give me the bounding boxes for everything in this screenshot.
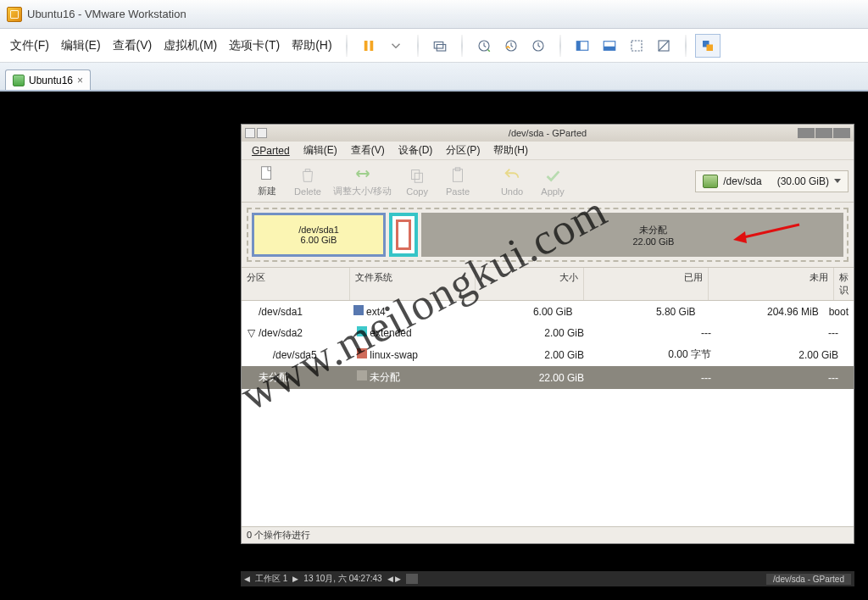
gparted-titlebar[interactable]: /dev/sda - GParted: [242, 125, 854, 142]
apply-icon: [543, 166, 562, 185]
maximize-icon[interactable]: [815, 128, 832, 138]
col-partition[interactable]: 分区: [242, 268, 350, 300]
dropdown-icon: [834, 179, 841, 183]
col-unused[interactable]: 未用: [709, 268, 834, 300]
dropdown-icon[interactable]: [383, 34, 409, 58]
gp-menu-device[interactable]: 设备(D): [393, 142, 438, 159]
gparted-menubar: GParted 编辑(E) 查看(V) 设备(D) 分区(P) 帮助(H): [242, 142, 854, 160]
tab-label: Ubuntu16: [29, 75, 73, 86]
col-size[interactable]: 大小: [476, 268, 584, 300]
sidebar-icon[interactable]: [570, 34, 595, 58]
diagram-unallocated[interactable]: 未分配 22.00 GiB: [421, 213, 843, 257]
workspace-next-icon[interactable]: ▶: [292, 575, 298, 583]
window-app-icon2: [257, 128, 267, 138]
vmware-icon: [7, 7, 22, 22]
separator: [559, 35, 561, 57]
svg-rect-11: [632, 41, 642, 51]
table-row[interactable]: 未分配 未分配22.00 GiB------: [242, 366, 854, 389]
revert-icon[interactable]: [498, 34, 524, 58]
annotation-arrow: [733, 223, 801, 250]
table-header: 分区 文件系统 大小 已用 未用 标识: [242, 268, 854, 301]
diagram-sda2[interactable]: [389, 213, 418, 257]
new-icon: [258, 164, 276, 183]
svg-rect-18: [415, 173, 422, 182]
disk-size: (30.00 GiB): [777, 175, 829, 187]
svg-rect-15: [706, 44, 713, 51]
workspace-prev-icon[interactable]: ◀: [244, 575, 250, 583]
menu-help[interactable]: 帮助(H): [287, 35, 337, 57]
separator: [417, 35, 419, 57]
paste-icon: [448, 166, 467, 185]
tb-copy: Copy: [397, 164, 437, 198]
svg-rect-16: [262, 167, 271, 180]
svg-rect-17: [412, 169, 420, 179]
separator: [346, 35, 348, 57]
svg-rect-0: [364, 41, 367, 51]
svg-line-13: [659, 41, 669, 51]
vm-viewport: /dev/sda - GParted GParted 编辑(E) 查看(V) 设…: [0, 92, 868, 600]
svg-marker-22: [733, 231, 747, 243]
svg-line-21: [740, 225, 799, 238]
send-keys-icon[interactable]: [427, 34, 453, 58]
delete-icon: [298, 166, 317, 185]
taskbar-app-icon[interactable]: [406, 574, 418, 584]
vmware-menubar: 文件(F) 编辑(E) 查看(V) 虚拟机(M) 选项卡(T) 帮助(H): [0, 29, 868, 63]
table-row[interactable]: /dev/sda5 linux-swap2.00 GiB0.00 字节2.00 …: [242, 343, 854, 366]
close-tab-icon[interactable]: ×: [77, 75, 83, 86]
col-flags[interactable]: 标识: [834, 268, 854, 300]
disk-name: /dev/sda: [723, 175, 761, 187]
separator: [461, 35, 463, 57]
gp-menu-edit[interactable]: 编辑(E): [298, 142, 342, 159]
tb-undo: Undo: [492, 164, 532, 198]
gp-menu-view[interactable]: 查看(V): [346, 142, 390, 159]
tab-ubuntu16[interactable]: Ubuntu16 ×: [5, 69, 91, 90]
vmware-tab-strip: Ubuntu16 ×: [0, 63, 868, 92]
gp-menu-gparted[interactable]: GParted: [247, 143, 295, 158]
svg-rect-8: [576, 41, 581, 50]
gparted-title-text: /dev/sda - GParted: [509, 128, 587, 138]
svg-rect-2: [434, 42, 443, 48]
close-icon[interactable]: [833, 128, 850, 138]
gp-menu-help[interactable]: 帮助(H): [488, 142, 533, 159]
manage-snapshots-icon[interactable]: [526, 34, 551, 58]
col-filesystem[interactable]: 文件系统: [350, 268, 476, 300]
fullscreen-off-icon[interactable]: [651, 34, 676, 58]
tb-paste: Paste: [437, 164, 478, 198]
tb-delete: Delete: [287, 164, 328, 198]
desktop-taskbar: ◀ 工作区 1 ▶ 13 10月, 六 04:27:43 ◀ ▶ /dev/sd…: [241, 571, 854, 586]
window-app-icon: [245, 128, 255, 138]
vmware-titlebar: Ubuntu16 - VMware Workstation: [0, 0, 868, 29]
workspace-label[interactable]: 工作区 1: [255, 573, 287, 585]
undo-icon: [503, 166, 521, 185]
gparted-window: /dev/sda - GParted GParted 编辑(E) 查看(V) 设…: [241, 124, 854, 544]
gparted-toolbar: 新建 Delete 调整大小/移动 Copy Paste Undo Apply …: [242, 160, 854, 203]
taskbar-clock: 13 10月, 六 04:27:43: [303, 573, 381, 585]
gp-menu-partition[interactable]: 分区(P): [441, 142, 485, 159]
disk-selector[interactable]: /dev/sda (30.00 GiB): [695, 170, 849, 192]
minimize-icon[interactable]: [798, 128, 815, 138]
partition-diagram: /dev/sda1 6.00 GiB 未分配 22.00 GiB: [242, 203, 854, 267]
tb-new[interactable]: 新建: [247, 163, 287, 199]
fit-guest-icon[interactable]: [624, 34, 649, 58]
thumbnails-icon[interactable]: [597, 34, 622, 58]
partition-table: 分区 文件系统 大小 已用 未用 标识 /dev/sda1 ext46.00 G…: [242, 267, 854, 526]
pause-icon[interactable]: [356, 34, 381, 58]
menu-view[interactable]: 查看(V): [108, 35, 158, 57]
svg-rect-1: [370, 41, 373, 51]
menu-edit[interactable]: 编辑(E): [56, 35, 106, 57]
tb-resize: 调整大小/移动: [328, 163, 397, 199]
table-row[interactable]: ▽/dev/sda2 extended2.00 GiB------: [242, 322, 854, 343]
menu-file[interactable]: 文件(F): [5, 35, 54, 57]
svg-rect-10: [604, 46, 615, 50]
unity-icon[interactable]: [695, 34, 721, 58]
menu-vm[interactable]: 虚拟机(M): [159, 35, 222, 57]
vm-running-icon: [13, 75, 25, 86]
tb-apply: Apply: [532, 164, 573, 198]
separator: [685, 35, 687, 57]
col-used[interactable]: 已用: [584, 268, 709, 300]
taskbar-task[interactable]: /dev/sda - GParted: [766, 574, 851, 585]
diagram-sda1[interactable]: /dev/sda1 6.00 GiB: [252, 213, 386, 257]
table-row[interactable]: /dev/sda1 ext46.00 GiB5.80 GiB204.96 MiB…: [242, 301, 854, 322]
menu-tabs[interactable]: 选项卡(T): [224, 35, 285, 57]
snapshot-icon[interactable]: [471, 34, 497, 58]
